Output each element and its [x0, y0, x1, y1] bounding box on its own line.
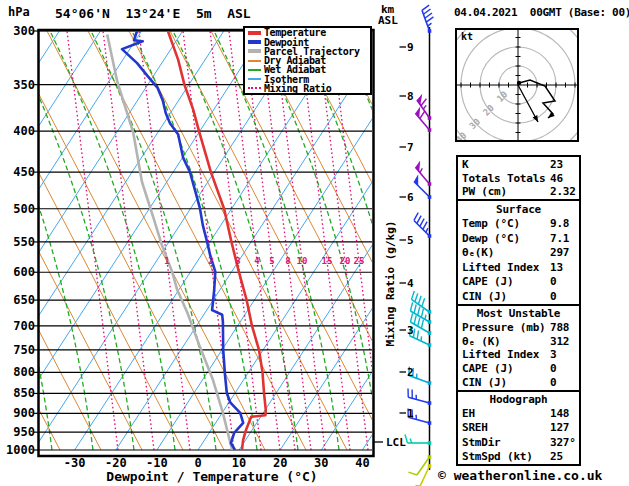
table-row: StmSpd (kt)25 [458, 450, 579, 463]
mixing-ratio-line-swatch [248, 87, 261, 89]
legend-label: Temperature [264, 28, 326, 37]
most-unstable-table: Most Unstable Pressure (mb)788 θₑ (K)312… [456, 304, 581, 392]
mixing-ratio-value-label: 3 [235, 256, 240, 266]
temperature-tick-label: -10 [146, 456, 168, 470]
row-label: θₑ (K) [462, 335, 501, 348]
temperature-tick-label: 30 [314, 456, 328, 470]
legend-item-mixing-ratio: Mixing Ratio [245, 84, 370, 93]
run-datetime: 04.04.2021 00GMT (Base: 00) [454, 6, 629, 19]
row-value: 0 [550, 376, 556, 389]
pressure-tick-label: 700 [2, 319, 35, 333]
table-row: Lifted Index3 [458, 348, 579, 361]
row-value: 2.32 [550, 185, 576, 198]
table-row: CIN (J)0 [458, 290, 579, 303]
isotherm-line-swatch [248, 78, 261, 80]
table-title: Hodograph [458, 393, 579, 406]
legend-label: Mixing Ratio [264, 84, 331, 93]
table-row: EH148 [458, 407, 579, 420]
hodograph-unit-label: kt [461, 31, 473, 42]
row-label: Temp (°C) [462, 217, 520, 230]
wind-barb [422, 5, 433, 33]
temperature-tick-label: 0 [194, 456, 201, 470]
table-row: CIN (J)0 [458, 376, 579, 389]
pressure-tick-label: 750 [2, 343, 35, 357]
pressure-tick-label: 500 [2, 202, 35, 216]
table-row: Temp (°C)9.8 [458, 217, 579, 230]
pressure-tick-label: 400 [2, 124, 35, 138]
row-value: 0 [550, 362, 556, 375]
parcel-line-swatch [248, 49, 261, 53]
temperature-tick-label: 10 [232, 456, 246, 470]
row-label: PW (cm) [462, 185, 507, 198]
row-value: 9.8 [550, 217, 569, 230]
hodograph-table: Hodograph EH148 SREH127 StmDir327° StmSp… [456, 390, 581, 466]
temperature-tick-label: 20 [273, 456, 287, 470]
temperature-tick-label: 40 [355, 456, 369, 470]
mixing-ratio-value-label: 8 [285, 256, 290, 266]
row-label: Dewp (°C) [462, 232, 520, 245]
km-tick-label: 4 [407, 277, 414, 290]
altitude-axis-unit-asl: ASL [378, 14, 398, 27]
row-label: StmDir [462, 436, 501, 449]
legend: Temperature Dewpoint Parcel Trajectory D… [243, 26, 372, 95]
row-label: CIN (J) [462, 290, 507, 303]
row-value: 312 [550, 335, 569, 348]
pressure-tick-label: 900 [2, 406, 35, 420]
mixing-ratio-axis-label: Mixing Ratio (g/kg) [384, 219, 397, 349]
table-row: Dewp (°C)7.1 [458, 232, 579, 245]
row-value: 297 [550, 246, 569, 259]
row-label: StmSpd (kt) [462, 450, 533, 463]
row-label: CAPE (J) [462, 362, 513, 375]
row-value: 46 [550, 172, 563, 185]
legend-label: Wet Adiabat [264, 65, 326, 74]
temperature-line-swatch [248, 31, 261, 35]
row-value: 3 [550, 348, 556, 361]
pressure-tick-label: 1000 [2, 443, 35, 457]
x-axis-title: Dewpoint / Temperature (°C) [106, 469, 317, 484]
row-value: 0 [550, 290, 556, 303]
row-value: 0 [550, 275, 556, 288]
credit-text: © weatheronline.co.uk [438, 468, 602, 483]
km-tick-label: 3 [407, 324, 414, 337]
km-tick-label: 5 [407, 234, 414, 247]
km-tick-label: 8 [407, 90, 414, 103]
hodograph-ring-label: 10 [495, 89, 510, 104]
row-label: CAPE (J) [462, 275, 513, 288]
skewt-sounding-page: hPa 54°06'N 13°24'E 5m ASL 04.04.2021 00… [0, 0, 629, 486]
row-value: 148 [550, 407, 569, 420]
table-row: CAPE (J)0 [458, 362, 579, 375]
dry-adiabat-line-swatch [248, 60, 261, 62]
table-row: Pressure (mb)788 [458, 321, 579, 334]
table-row: SREH127 [458, 421, 579, 434]
row-label: CIN (J) [462, 376, 507, 389]
table-row: StmDir327° [458, 436, 579, 449]
pressure-tick-label: 850 [2, 386, 35, 400]
km-tick-label: 2 [407, 366, 414, 379]
mixing-ratio-value-label: 1 [164, 256, 169, 266]
wind-barb [408, 388, 431, 404]
table-row: Totals Totals46 [458, 172, 579, 185]
temperature-tick-label: -20 [105, 456, 127, 470]
wet-adiabat-line-swatch [248, 69, 261, 71]
row-value: 788 [550, 321, 569, 334]
table-title: Surface [458, 203, 579, 216]
row-value: 23 [550, 158, 563, 171]
wind-barb [405, 435, 431, 445]
km-tick-label: 6 [407, 191, 414, 204]
table-row: θₑ(K)297 [458, 246, 579, 259]
pressure-axis-unit: hPa [8, 5, 30, 19]
row-value: 127 [550, 421, 569, 434]
pressure-tick-label: 300 [2, 24, 35, 38]
wind-barb [415, 464, 431, 486]
mixing-ratio-value-label: 4 [254, 256, 259, 266]
page-title: 54°06'N 13°24'E 5m ASL [55, 6, 251, 21]
mixing-ratio-value-label: 15 [322, 256, 333, 266]
table-row: K23 [458, 158, 579, 171]
pressure-tick-label: 350 [2, 78, 35, 92]
table-row: PW (cm)2.32 [458, 185, 579, 198]
hodograph-ring-label: 30 [467, 117, 482, 132]
mixing-ratio-value-label: 20 [340, 256, 351, 266]
temperature-tick-label: -30 [64, 456, 86, 470]
row-label: θₑ(K) [462, 246, 494, 259]
row-value: 327° [550, 436, 576, 449]
